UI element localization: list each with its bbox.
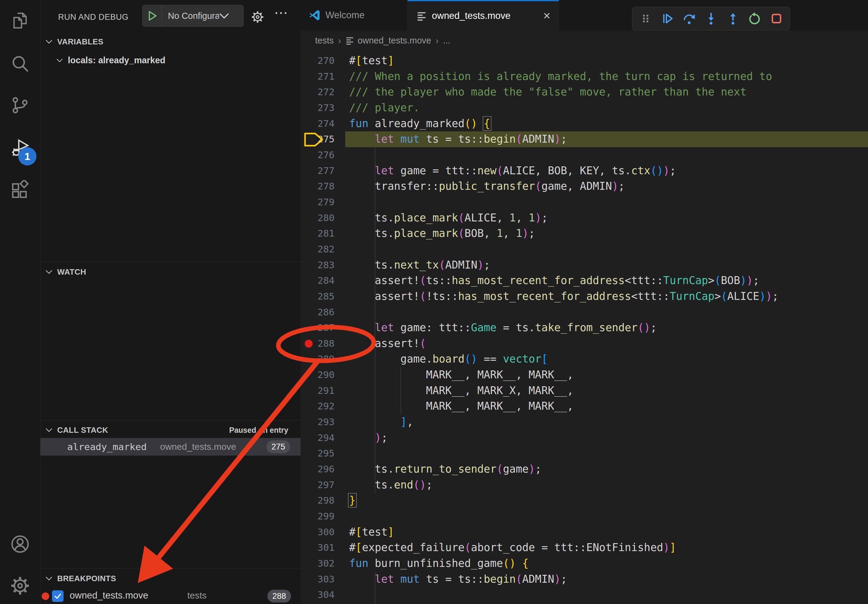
launch-config-gear-icon[interactable]	[251, 10, 265, 24]
line-number[interactable]: 297	[301, 477, 337, 493]
line-content[interactable]: #[test]	[349, 524, 394, 540]
line-content[interactable]: ts.return_to_sender(game);	[349, 462, 541, 477]
line-number[interactable]: 304	[301, 587, 337, 603]
code-line-303[interactable]: 303 let mut ts = ts::begin(ADMIN);	[301, 571, 868, 587]
code-line-296[interactable]: 296 ts.return_to_sender(game);	[301, 462, 868, 477]
line-number[interactable]: 294	[301, 430, 337, 446]
variables-scope-locals[interactable]: locals: already_marked	[40, 52, 301, 69]
code-line-276[interactable]: 276	[301, 147, 868, 163]
section-watch[interactable]: WATCH	[40, 263, 301, 280]
line-number[interactable]: 276	[301, 147, 337, 163]
step-out-icon[interactable]	[726, 11, 740, 26]
section-call-stack[interactable]: CALL STACK Paused on entry	[40, 421, 301, 438]
line-number[interactable]: 277	[301, 163, 337, 179]
code-line-274[interactable]: 274fun already_marked() {	[301, 116, 868, 132]
line-content[interactable]: /// When a position is already marked, t…	[349, 69, 772, 85]
code-line-295[interactable]: 295	[301, 446, 868, 462]
code-line-283[interactable]: 283 ts.next_tx(ADMIN);	[301, 257, 868, 273]
more-actions-icon[interactable]: ⋯	[274, 4, 289, 21]
code-line-290[interactable]: 290 MARK__, MARK__, MARK__,	[301, 367, 868, 383]
code-line-272[interactable]: 272/// the player who made the "false" m…	[301, 84, 868, 100]
line-number[interactable]: 292	[301, 398, 337, 414]
line-number[interactable]: 291	[301, 383, 337, 399]
restart-icon[interactable]	[747, 11, 762, 26]
line-number[interactable]: 286	[301, 304, 337, 320]
line-content[interactable]: );	[349, 430, 388, 446]
line-number[interactable]: 279	[301, 194, 337, 210]
code-line-297[interactable]: 297 ts.end();	[301, 477, 868, 493]
code-line-299[interactable]: 299	[301, 508, 868, 524]
line-number[interactable]: 285	[301, 289, 337, 304]
line-content[interactable]: MARK__, MARK_X, MARK__,	[349, 383, 574, 399]
code-line-270[interactable]: 270#[test]	[301, 53, 868, 69]
breadcrumb[interactable]: tests › owned_tests.move › ...	[301, 30, 868, 51]
line-content[interactable]: assert!(	[349, 336, 426, 352]
code-line-282[interactable]: 282	[301, 242, 868, 257]
breakpoint-checkbox[interactable]	[52, 590, 64, 602]
account-icon[interactable]	[8, 532, 32, 556]
source-control-icon[interactable]	[8, 93, 32, 118]
line-number[interactable]: 270	[301, 53, 337, 69]
line-content[interactable]: let mut ts = ts::begin(ADMIN);	[349, 571, 567, 587]
line-content[interactable]: let mut ts = ts::begin(ADMIN);	[349, 132, 567, 147]
breadcrumb-file[interactable]: owned_tests.move	[358, 36, 431, 46]
line-number[interactable]: 293	[301, 414, 337, 430]
line-number[interactable]: 301	[301, 540, 337, 556]
line-number[interactable]: 283	[301, 257, 337, 273]
line-content[interactable]: #[expected_failure(abort_code = ttt::ENo…	[349, 540, 676, 556]
line-content[interactable]: }	[349, 493, 355, 508]
line-content[interactable]: MARK__, MARK__, MARK__,	[349, 367, 574, 383]
line-number[interactable]: 287	[301, 320, 337, 336]
line-content[interactable]: transfer::public_transfer(game, ADMIN);	[349, 178, 625, 194]
line-number[interactable]: 296	[301, 462, 337, 477]
debug-config-dropdown[interactable]: No Configura	[142, 5, 243, 27]
line-number[interactable]: 303	[301, 571, 337, 587]
line-number[interactable]: 295	[301, 446, 337, 462]
code-line-291[interactable]: 291 MARK__, MARK_X, MARK__,	[301, 383, 868, 399]
tab-owned-tests[interactable]: owned_tests.move ✕	[408, 0, 559, 30]
code-line-286[interactable]: 286	[301, 304, 868, 320]
code-line-284[interactable]: 284 assert!(ts::has_most_recent_for_addr…	[301, 273, 868, 289]
run-and-debug-icon[interactable]: 1	[8, 136, 32, 160]
line-number[interactable]: 274	[301, 116, 337, 132]
line-number[interactable]: 290	[301, 367, 337, 383]
code-line-280[interactable]: 280 ts.place_mark(ALICE, 1, 1);	[301, 210, 868, 226]
code-line-277[interactable]: 277 let game = ttt::new(ALICE, BOB, KEY,…	[301, 163, 868, 179]
line-number[interactable]: 272	[301, 84, 337, 100]
explorer-icon[interactable]	[8, 9, 32, 33]
line-content[interactable]: ],	[349, 414, 413, 430]
code-line-281[interactable]: 281 ts.place_mark(BOB, 1, 1);	[301, 226, 868, 242]
line-number[interactable]: 278	[301, 178, 337, 194]
line-content[interactable]: let game: ttt::Game = ts.take_from_sende…	[349, 320, 657, 336]
breadcrumb-dir[interactable]: tests	[315, 36, 334, 46]
code-editor[interactable]: 270#[test]271/// When a position is alre…	[301, 53, 868, 603]
line-content[interactable]: assert!(ts::has_most_recent_for_address<…	[349, 273, 760, 289]
line-content[interactable]: MARK__, MARK__, MARK__,	[349, 398, 574, 414]
breadcrumb-more[interactable]: ...	[443, 36, 450, 46]
line-content[interactable]: ts.place_mark(ALICE, 1, 1);	[349, 210, 548, 226]
start-debug-icon[interactable]	[148, 11, 157, 21]
line-number[interactable]: 271	[301, 69, 337, 85]
code-line-304[interactable]: 304	[301, 587, 868, 603]
step-into-icon[interactable]	[704, 11, 718, 26]
step-over-icon[interactable]	[682, 11, 696, 26]
section-variables[interactable]: VARIABLES	[40, 33, 301, 50]
line-content[interactable]: ts.next_tx(ADMIN);	[349, 257, 490, 273]
code-line-271[interactable]: 271/// When a position is already marked…	[301, 69, 868, 85]
code-line-294[interactable]: 294 );	[301, 430, 868, 446]
code-line-298[interactable]: 298}	[301, 493, 868, 508]
line-content[interactable]: /// the player who made the "false" move…	[349, 84, 746, 100]
extensions-icon[interactable]	[8, 178, 32, 203]
settings-gear-icon[interactable]	[8, 574, 32, 598]
code-line-301[interactable]: 301#[expected_failure(abort_code = ttt::…	[301, 540, 868, 556]
line-content[interactable]: let game = ttt::new(ALICE, BOB, KEY, ts.…	[349, 163, 676, 179]
line-content[interactable]: ts.place_mark(BOB, 1, 1);	[349, 226, 535, 242]
continue-icon[interactable]	[660, 11, 675, 26]
call-stack-frame[interactable]: already_marked owned_tests.move 275	[40, 438, 301, 455]
line-number[interactable]: 284	[301, 273, 337, 289]
code-line-275[interactable]: 275 let mut ts = ts::begin(ADMIN);	[301, 132, 868, 147]
toolbar-drag-grip-icon[interactable]	[639, 11, 653, 26]
code-line-287[interactable]: 287 let game: ttt::Game = ts.take_from_s…	[301, 320, 868, 336]
breakpoint-list-item[interactable]: owned_tests.move tests 288	[40, 588, 301, 604]
line-number[interactable]: 273	[301, 100, 337, 116]
